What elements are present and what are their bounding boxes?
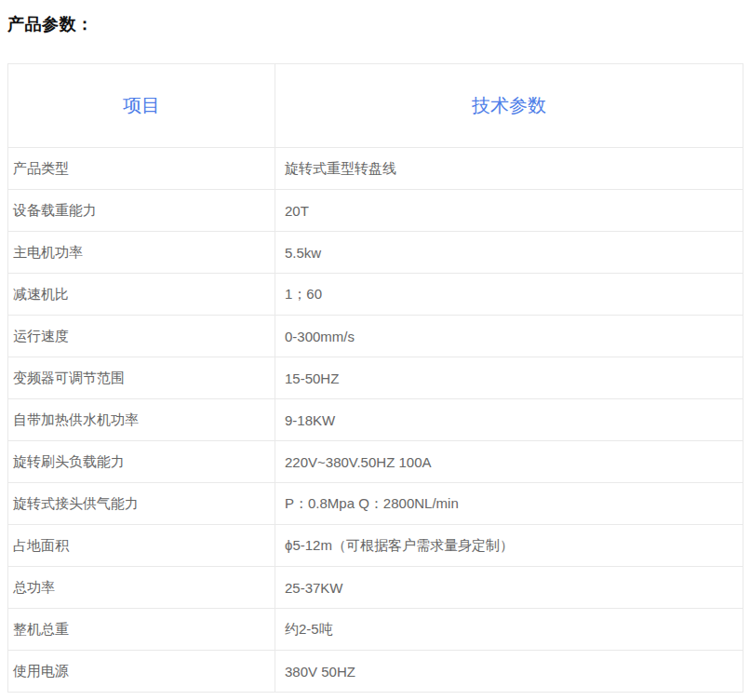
table-row: 减速机比 1；60 — [8, 274, 743, 316]
table-header-row: 项目 技术参数 — [8, 64, 743, 148]
param-name-cell: 自带加热供水机功率 — [8, 399, 275, 441]
param-name-cell: 减速机比 — [8, 274, 275, 316]
param-name-cell: 总功率 — [8, 567, 275, 609]
table-row: 变频器可调节范围 15-50HZ — [8, 357, 743, 399]
table-row: 整机总重 约2-5吨 — [8, 609, 743, 651]
param-value-cell: 0-300mm/s — [275, 316, 743, 357]
param-name-cell: 旋转式接头供气能力 — [8, 483, 275, 525]
param-value-cell: 1；60 — [275, 274, 743, 316]
param-value-cell: 380V 50HZ — [275, 651, 743, 693]
table-row: 设备载重能力 20T — [8, 190, 743, 232]
product-parameters-page: 产品参数： 项目 技术参数 产品类型 旋转式重型转盘线 设备载重能力 20T 主… — [0, 0, 750, 700]
spec-table: 项目 技术参数 产品类型 旋转式重型转盘线 设备载重能力 20T 主电机功率 5… — [7, 63, 743, 693]
table-row: 自带加热供水机功率 9-18KW — [8, 399, 743, 441]
column-header-tech-params: 技术参数 — [275, 64, 743, 148]
param-value-cell: 约2-5吨 — [275, 609, 743, 651]
param-name-cell: 产品类型 — [8, 148, 275, 190]
param-name-cell: 整机总重 — [8, 609, 275, 651]
table-row: 总功率 25-37KW — [8, 567, 743, 609]
param-value-cell: 旋转式重型转盘线 — [275, 148, 743, 190]
table-row: 主电机功率 5.5kw — [8, 232, 743, 274]
param-value-cell: ϕ5-12m（可根据客户需求量身定制） — [275, 525, 743, 567]
param-name-cell: 旋转刷头负载能力 — [8, 441, 275, 483]
param-value-cell: 9-18KW — [275, 399, 743, 441]
param-value-cell: 15-50HZ — [275, 357, 743, 399]
param-name-cell: 使用电源 — [8, 651, 275, 693]
page-title: 产品参数： — [7, 13, 750, 35]
param-name-cell: 运行速度 — [8, 316, 275, 357]
table-row: 使用电源 380V 50HZ — [8, 651, 743, 693]
param-name-cell: 主电机功率 — [8, 232, 275, 274]
param-value-cell: 25-37KW — [275, 567, 743, 609]
param-value-cell: 20T — [275, 190, 743, 232]
param-value-cell: 5.5kw — [275, 232, 743, 274]
param-name-cell: 设备载重能力 — [8, 190, 275, 232]
param-name-cell: 占地面积 — [8, 525, 275, 567]
param-value-cell: 220V~380V.50HZ 100A — [275, 441, 743, 483]
param-value-cell: P：0.8Mpa Q：2800NL/min — [275, 483, 743, 525]
column-header-item: 项目 — [8, 64, 275, 148]
table-row: 运行速度 0-300mm/s — [8, 316, 743, 357]
table-row: 旋转式接头供气能力 P：0.8Mpa Q：2800NL/min — [8, 483, 743, 525]
table-row: 旋转刷头负载能力 220V~380V.50HZ 100A — [8, 441, 743, 483]
table-row: 产品类型 旋转式重型转盘线 — [8, 148, 743, 190]
table-row: 占地面积 ϕ5-12m（可根据客户需求量身定制） — [8, 525, 743, 567]
param-name-cell: 变频器可调节范围 — [8, 357, 275, 399]
